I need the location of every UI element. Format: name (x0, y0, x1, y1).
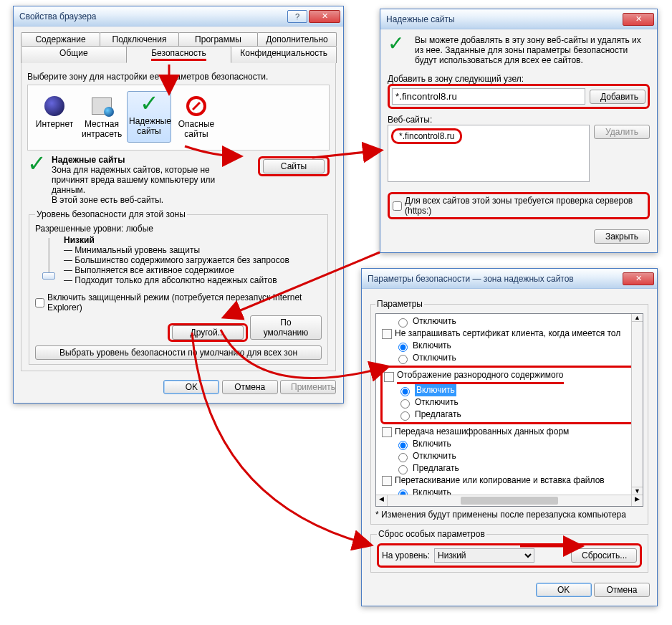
add-site-input[interactable] (392, 88, 585, 105)
checkmark-icon: ✓ (388, 32, 404, 54)
radio-enable[interactable] (398, 343, 408, 352)
radio-disable-mixed[interactable] (400, 399, 410, 409)
slider-thumb[interactable] (42, 272, 55, 280)
bullet-0: — Минимальный уровень защиты (64, 245, 322, 255)
ok-button[interactable]: OK (163, 380, 219, 394)
level-legend: Уровень безопасности для этой зоны (35, 209, 187, 219)
sites-label: Веб-сайты: (388, 115, 650, 125)
reset-button[interactable]: Сбросить... (571, 548, 637, 563)
zone-intranet-label: Местная интрасеть (82, 119, 122, 139)
bullet-3: — Подходит только для абсолютно надежных… (64, 275, 322, 285)
window-title: Надежные сайты (386, 14, 621, 24)
protected-mode-label: Включить защищенный режим (потребуется п… (47, 292, 322, 312)
grp-mixed: Отображение разнородного содержимого (397, 369, 564, 384)
h-scrollbar[interactable] (388, 495, 631, 506)
globe-icon (44, 96, 64, 116)
https-required-label: Для всех сайтов этой зоны требуется пров… (405, 196, 645, 216)
tab-privacy[interactable]: Конфиденциальность (231, 46, 337, 63)
reset-legend: Сброс особых параметров (377, 529, 486, 539)
remove-button[interactable]: Удалить (594, 125, 650, 139)
content: ✓ Вы можете добавлять в эту зону веб-сай… (380, 29, 657, 252)
trusted-header: Надежные сайты (52, 155, 258, 165)
tab-programs[interactable]: Программы (178, 32, 258, 46)
scroll-left[interactable]: ◀ (376, 495, 388, 506)
custom-level-button[interactable]: Другой... (172, 325, 244, 340)
trusted-desc2: В этой зоне есть веб-сайты. (52, 195, 258, 205)
level-allowed: Разрешенные уровни: любые (35, 224, 322, 234)
trusted-sites-window: Надежные сайты ✕ ✓ Вы можете добавлять в… (380, 9, 658, 253)
content: Содержание Подключения Программы Дополни… (14, 27, 343, 403)
ok-button[interactable]: OK (536, 583, 592, 597)
apply-button[interactable]: Применить (280, 380, 336, 394)
restart-note: * Изменения будут применены после переза… (375, 510, 643, 520)
zones-list: Интернет Местная интрасеть ✓ Надежные са… (27, 85, 330, 151)
radio-disable[interactable] (398, 355, 408, 364)
security-settings-window: Параметры безопасности — зона надежных с… (361, 268, 658, 606)
zone-intranet[interactable]: Местная интрасеть (80, 91, 124, 143)
protected-mode-checkbox[interactable] (35, 298, 44, 307)
trusted-big-icon: ✓ (27, 151, 47, 176)
titlebar[interactable]: Свойства браузера ? ✕ (14, 6, 343, 27)
tab-general[interactable]: Общие (21, 46, 127, 63)
radio-enable[interactable] (398, 441, 408, 450)
settings-tree[interactable]: Отключить Не запрашивать сертификат клие… (375, 313, 643, 507)
titlebar[interactable]: Параметры безопасности — зона надежных с… (362, 269, 657, 289)
zone-trusted[interactable]: ✓ Надежные сайты (127, 91, 171, 143)
grp-drag: Перетаскивание или копирование и вставка… (395, 474, 605, 487)
close-button[interactable]: ✕ (309, 10, 340, 23)
browser-properties-window: Свойства браузера ? ✕ Содержание Подключ… (13, 6, 344, 404)
scroll-up[interactable]: ▲ (632, 314, 643, 322)
zone-restricted[interactable]: Опасные сайты (174, 91, 219, 143)
window-title: Свойства браузера (19, 11, 286, 22)
reset-level-select[interactable]: Низкий (434, 548, 534, 563)
tab-content[interactable]: Содержание (21, 32, 100, 46)
radio-prompt[interactable] (398, 465, 408, 474)
close-button[interactable]: ✕ (623, 272, 654, 285)
tab-connections[interactable]: Подключения (100, 32, 179, 46)
zone-trusted-label: Надежные сайты (129, 116, 169, 136)
setting-group-icon (382, 329, 392, 339)
close-button[interactable]: ✕ (623, 13, 654, 26)
tabs-row-2: Общие Безопасность Конфиденциальность (21, 46, 336, 63)
radio-disable[interactable] (398, 453, 408, 462)
radio-prompt-mixed[interactable] (400, 411, 410, 421)
intro-text: Вы можете добавлять в эту зону веб-сайты… (415, 35, 650, 65)
restricted-icon (186, 96, 206, 116)
content: Параметры Отключить Не запрашивать серти… (362, 289, 657, 606)
sites-button[interactable]: Сайты (263, 159, 325, 173)
setting-group-icon (382, 427, 392, 437)
tab-security-label: Безопасность (151, 48, 206, 61)
close-dialog-button[interactable]: Закрыть (594, 229, 650, 244)
intranet-icon (92, 97, 112, 115)
site-entry[interactable]: *.fincontrol8.ru (391, 128, 462, 144)
bullet-1: — Большинство содержимого загружается бе… (64, 255, 322, 265)
radio-disable[interactable] (398, 318, 408, 328)
scroll-right[interactable]: ▶ (631, 495, 643, 506)
trusted-desc: Зона для надежных сайтов, которые не при… (52, 165, 216, 195)
slider-track[interactable] (48, 238, 50, 277)
tab-security[interactable]: Безопасность (126, 46, 232, 63)
titlebar[interactable]: Надежные сайты ✕ (380, 9, 657, 29)
help-button[interactable]: ? (287, 10, 307, 23)
cancel-button[interactable]: Отмена (222, 380, 278, 394)
reset-all-zones-button[interactable]: Выбрать уровень безопасности по умолчани… (35, 345, 322, 360)
grp-unenc: Передача незашифрованных данных форм (395, 426, 569, 438)
zone-internet-label: Интернет (34, 119, 75, 129)
add-button[interactable]: Добавить (590, 90, 645, 104)
scroll-down[interactable]: ▼ (632, 487, 643, 495)
v-scrollbar[interactable]: ▲ ▼ (631, 314, 643, 495)
checkmark-icon: ✓ (140, 95, 159, 112)
setting-group-icon (384, 372, 394, 382)
level-name: Низкий (64, 235, 322, 245)
sites-listbox[interactable]: *.fincontrol8.ru (388, 125, 590, 182)
level-fieldset: Уровень безопасности для этой зоны Разре… (29, 209, 328, 365)
default-level-button[interactable]: По умолчанию (250, 315, 322, 340)
zone-instruction: Выберите зону для настройки ее параметро… (27, 72, 330, 82)
cancel-button[interactable]: Отмена (594, 583, 650, 597)
radio-enable-mixed[interactable] (400, 387, 410, 396)
security-panel: Выберите зону для настройки ее параметро… (21, 63, 336, 371)
https-required-checkbox[interactable] (393, 201, 402, 211)
bullet-2: — Выполняется все активное содержимое (64, 265, 322, 275)
zone-internet[interactable]: Интернет (32, 91, 77, 143)
tab-advanced[interactable]: Дополнительно (257, 32, 337, 46)
